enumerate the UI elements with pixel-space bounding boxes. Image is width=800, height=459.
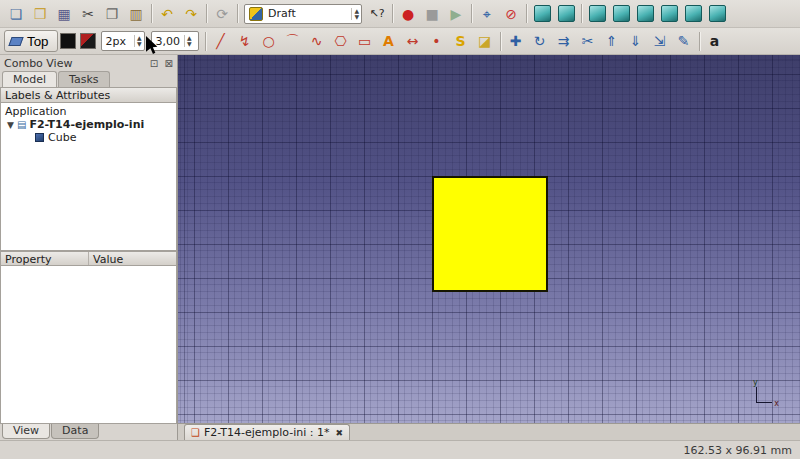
view-axonometric-icon[interactable]: [554, 3, 578, 25]
annotation-scale-icon[interactable]: a: [703, 30, 727, 52]
draft-downgrade-icon[interactable]: ⇓: [624, 30, 648, 52]
dock-titlebar: Combo View ⊡ ⊠: [0, 55, 177, 71]
draft-facebinder-icon[interactable]: ◪: [473, 30, 497, 52]
tree-item-cube[interactable]: Cube: [1, 131, 176, 144]
view-right-icon[interactable]: [633, 3, 657, 25]
view-isometric-icon[interactable]: [530, 3, 554, 25]
undo-icon[interactable]: ↶: [155, 3, 179, 25]
document-tab-bar: ❑ F2-T14-ejemplo-ini : 1* ✖: [178, 423, 800, 440]
tab-model[interactable]: Model: [2, 71, 57, 87]
draft-upgrade-icon[interactable]: ⇑: [600, 30, 624, 52]
document-tab[interactable]: ❑ F2-T14-ejemplo-ini : 1* ✖: [184, 424, 350, 440]
open-document-icon[interactable]: ❒: [28, 3, 52, 25]
property-table-body: [0, 266, 177, 424]
draft-dimension-icon[interactable]: ↔: [401, 30, 425, 52]
font-size-arrows[interactable]: ▲▼: [184, 35, 192, 47]
draw-style-icon[interactable]: ⊘: [499, 3, 523, 25]
view-front-icon[interactable]: [585, 3, 609, 25]
workbench-selected-value: Draft: [268, 7, 347, 20]
toolbar-standard: ❏❒▦✂❐▥↶↷⟳ Draft ▲▼ ↖?●■▶⌖⊘: [0, 0, 800, 28]
tab-view[interactable]: View: [2, 424, 50, 439]
save-icon[interactable]: ▦: [52, 3, 76, 25]
view-top-icon[interactable]: [609, 3, 633, 25]
draft-point-icon[interactable]: •: [425, 30, 449, 52]
toolbar-separator: [206, 4, 207, 23]
draft-rectangle-icon[interactable]: ▭: [353, 30, 377, 52]
zoom-fit-icon[interactable]: ⌖: [475, 3, 499, 25]
draft-move-icon[interactable]: ✚: [504, 30, 528, 52]
refresh-icon[interactable]: ⟳: [210, 3, 234, 25]
working-plane-button[interactable]: Top: [4, 30, 58, 52]
font-size-spinbox[interactable]: 3,00 ▲▼: [151, 31, 199, 51]
close-tab-icon[interactable]: ✖: [335, 428, 343, 438]
line-width-arrows[interactable]: ▲▼: [134, 35, 142, 47]
macro-record-icon[interactable]: ●: [396, 3, 420, 25]
toolbar-draft: Top 2px ▲▼ 3,00 ▲▼ ╱↯○⌒∿⎔▭A↔•S◪✚↻⇉✂⇑⇓⇲✎a: [0, 28, 800, 55]
line-color-swatch[interactable]: [60, 33, 76, 49]
cut-icon[interactable]: ✂: [76, 3, 100, 25]
tab-tasks[interactable]: Tasks: [58, 71, 109, 87]
macro-stop-icon[interactable]: ■: [420, 3, 444, 25]
cube-label: Cube: [48, 131, 76, 144]
draft-bspline-icon[interactable]: ∿: [305, 30, 329, 52]
close-panel-icon[interactable]: ⊠: [165, 58, 173, 69]
draft-rotate-icon[interactable]: ↻: [528, 30, 552, 52]
draft-offset-icon[interactable]: ⇉: [552, 30, 576, 52]
tab-data[interactable]: Data: [51, 424, 99, 439]
document-label: F2-T14-ejemplo-ini: [29, 118, 144, 131]
y-axis-line: [756, 387, 757, 403]
paste-icon[interactable]: ▥: [124, 3, 148, 25]
line-width-value: 2px: [106, 35, 130, 48]
toolbar-separator: [392, 4, 393, 23]
tree-column-header[interactable]: Labels & Attributes: [0, 88, 177, 103]
property-table-header: Property Value: [0, 251, 177, 266]
model-tree: Application ▼ ▤ F2-T14-ejemplo-ini Cube: [0, 103, 177, 251]
font-size-value: 3,00: [156, 35, 181, 48]
toolbar-separator: [500, 32, 501, 51]
workbench-selector[interactable]: Draft ▲▼: [244, 4, 362, 24]
copy-icon[interactable]: ❐: [100, 3, 124, 25]
dimensions-readout: 162.53 x 96.91 mm: [684, 444, 792, 457]
draft-trimex-icon[interactable]: ✂: [576, 30, 600, 52]
tree-item-document[interactable]: ▼ ▤ F2-T14-ejemplo-ini: [1, 118, 176, 131]
toolbar-separator: [699, 32, 700, 51]
toolbar-separator: [151, 4, 152, 23]
view-rear-icon[interactable]: [657, 3, 681, 25]
line-width-select[interactable]: 2px ▲▼: [101, 31, 145, 51]
dock-title-label: Combo View: [4, 57, 147, 70]
face-color-swatch[interactable]: [80, 33, 96, 49]
view-left-icon[interactable]: [705, 3, 729, 25]
draft-edit-icon[interactable]: ✎: [672, 30, 696, 52]
value-column-header[interactable]: Value: [89, 252, 176, 265]
file-toolbar-group: ❏❒▦✂❐▥↶↷⟳: [4, 3, 241, 25]
new-document-icon[interactable]: ❏: [4, 3, 28, 25]
draft-line-icon[interactable]: ╱: [209, 30, 233, 52]
workbench-dropdown-arrows[interactable]: ▲▼: [351, 8, 359, 20]
draft-tools-group: ╱↯○⌒∿⎔▭A↔•S◪✚↻⇉✂⇑⇓⇲✎a: [209, 30, 727, 52]
draft-polygon-icon[interactable]: ⎔: [329, 30, 353, 52]
float-panel-icon[interactable]: ⊡: [150, 58, 158, 69]
macro-play-icon[interactable]: ▶: [444, 3, 468, 25]
whats-this-icon[interactable]: ↖?: [365, 3, 389, 25]
x-axis-line: [756, 402, 772, 403]
draft-shapestring-icon[interactable]: S: [449, 30, 473, 52]
property-view-tabs: View Data: [0, 424, 177, 440]
expander-icon[interactable]: ▼: [7, 120, 17, 130]
combo-view-panel: Combo View ⊡ ⊠ Model Tasks Labels & Attr…: [0, 55, 178, 440]
toolbar-separator: [471, 4, 472, 23]
toolbar-separator: [526, 4, 527, 23]
tree-root-application: Application: [1, 105, 176, 118]
freecad-window: ❏❒▦✂❐▥↶↷⟳ Draft ▲▼ ↖?●■▶⌖⊘ Top 2px ▲▼ 3,…: [0, 0, 800, 459]
draft-wire-icon[interactable]: ↯: [233, 30, 257, 52]
draft-scale-icon[interactable]: ⇲: [648, 30, 672, 52]
cube-object[interactable]: [432, 176, 548, 292]
redo-icon[interactable]: ↷: [179, 3, 203, 25]
draft-text-icon[interactable]: A: [377, 30, 401, 52]
draft-circle-icon[interactable]: ○: [257, 30, 281, 52]
draft-arc-icon[interactable]: ⌒: [281, 30, 305, 52]
property-column-header[interactable]: Property: [1, 252, 89, 265]
x-axis-label: x: [774, 399, 779, 408]
3d-viewport[interactable]: y x: [178, 55, 800, 423]
view-bottom-icon[interactable]: [681, 3, 705, 25]
working-plane-icon: [8, 37, 23, 46]
